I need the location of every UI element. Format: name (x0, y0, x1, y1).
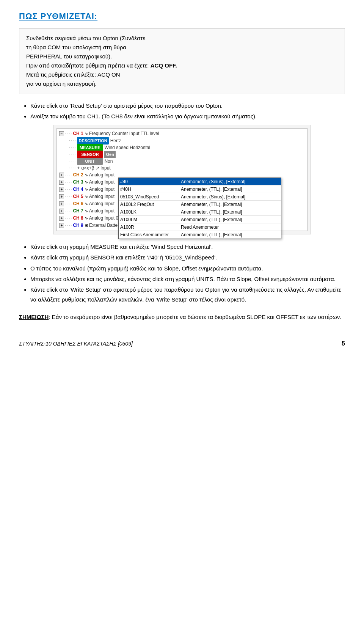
ch8-wave-icon: ∿ (85, 215, 88, 222)
info-line3: PERIPHERAL του καταγραφικού). (26, 53, 112, 60)
dropdown-col2-7: Anemometer, (TTL), [External] (181, 231, 279, 238)
ch4-wave-icon: ∿ (85, 186, 88, 193)
bullet-bottom-1: Κάντε click στη γραμμή MEASURE και επιλέ… (30, 242, 345, 252)
bullet-bottom-5: Κάντε click στο 'Write Setup' στο αριστε… (30, 285, 345, 305)
ch5-row-text: Analog Input (89, 193, 115, 200)
note-text: : Εάν το ανεμόμετρο είναι βαθμονομημένο … (49, 314, 341, 320)
sub-row-formula: · · · · + α×x+β ↗ Input (69, 165, 305, 171)
dropdown-item-0[interactable]: #40 Anemometer, (Sinus), [External] (119, 178, 281, 185)
sub-row-unit[interactable]: · · · · UNIT Non (69, 158, 305, 165)
dropdown-col1-3: A100L2 FreqOut (120, 201, 181, 208)
ch7-label: CH 7 (73, 207, 83, 215)
ch2-label: CH 2 (73, 171, 83, 179)
unit-text: Non (104, 158, 113, 165)
ch5-label: CH 5 (73, 193, 83, 200)
ch6-expand-btn[interactable]: + (59, 201, 64, 206)
dropdown-col2-4: Anemometer, (TTL), [External] (181, 209, 279, 215)
ch4-row-text: Analog Input (89, 186, 115, 193)
ch3-expand-btn[interactable]: + (59, 180, 64, 185)
dropdown-col1-4: A100LK (120, 209, 181, 215)
ch8-label: CH 8 (73, 215, 83, 222)
dropdown-col1-0: #40 (120, 178, 181, 185)
ch1-collapse-btn[interactable]: − (59, 131, 64, 136)
dropdown-item-3[interactable]: A100L2 FreqOut Anemometer, (TTL), [Exter… (119, 201, 281, 208)
formula-plus[interactable]: + (77, 165, 80, 171)
dropdown-col1-1: #40H (120, 186, 181, 193)
ch9-label: CH 9 (73, 222, 83, 229)
dropdown-col2-1: Anemometer, (TTL), [External] (181, 186, 279, 193)
dropdown-col1-6: A100R (120, 224, 181, 231)
bullet-bottom-4: Μπορείτε να αλλάξετε και τις μονάδες, κά… (30, 274, 345, 284)
tag-measure: MEASURE (77, 144, 103, 151)
tree-row-ch1: − · · · · CH 1 ∿ Frequency Counter Input… (59, 130, 305, 137)
sensor-dropdown[interactable]: #40 Anemometer, (Sinus), [External] #40H… (118, 178, 281, 239)
dropdown-item-1[interactable]: #40H Anemometer, (TTL), [External] (119, 185, 281, 193)
dropdown-col1-2: 05103_WindSpeed (120, 193, 181, 200)
note-section: ΣΗΜΕΙΩΣΗ: Εάν το ανεμόμετρο είναι βαθμον… (19, 313, 345, 322)
dropdown-col2-6: Reed Anemometer (181, 224, 279, 231)
footer-left: ΣΤΥΛΙΤΗΣ-10 ΟΔΗΓΙΕΣ ΕΓΚΑΤΑΣΤΑΣΗΣ [0509] (19, 341, 133, 347)
info-line2: τη θύρα COM του υπολογιστή στη θύρα (26, 44, 126, 50)
info-line4: Πριν από οποιαδήποτε ρύθμιση πρέπει να έ… (26, 62, 149, 69)
ch1-sub-rows: · · · · DESCRIPTION Hertz · · · · MEASUR… (69, 137, 305, 171)
ch2-expand-btn[interactable]: + (59, 173, 64, 178)
sub-row-description: · · · · DESCRIPTION Hertz (69, 137, 305, 144)
description-text: Hertz (110, 137, 121, 144)
screenshot-box: − · · · · CH 1 ∿ Frequency Counter Input… (53, 125, 311, 234)
sub-row-sensor[interactable]: · · · · SENSOR Gen #40 Anemometer, (Sinu… (69, 151, 305, 158)
ch5-expand-btn[interactable]: + (59, 194, 64, 199)
info-line1: Συνδεθείτε σειριακά μέσω του Opton (Συνδ… (26, 35, 145, 41)
ch4-expand-btn[interactable]: + (59, 187, 64, 192)
ch1-label: CH 1 (73, 130, 83, 137)
dropdown-item-7[interactable]: First Class Anemometer Anemometer, (TTL)… (119, 231, 281, 239)
ch2-wave-icon: ∿ (85, 171, 88, 179)
bottom-bullet-list: Κάντε click στη γραμμή MEASURE και επιλέ… (30, 242, 345, 305)
bullet-top-1: Κάντε click στο 'Read Setup' στο αριστερ… (30, 101, 345, 111)
dropdown-item-4[interactable]: A100LK Anemometer, (TTL), [External] (119, 208, 281, 216)
ch7-expand-btn[interactable]: + (59, 209, 64, 214)
ch4-label: CH 4 (73, 186, 83, 193)
ch6-wave-icon: ∿ (85, 200, 88, 207)
formula-text: α×x+β ↗ Input (81, 165, 110, 171)
ch9-expand-btn[interactable]: + (59, 223, 64, 228)
ch3-wave-icon: ∿ (85, 179, 88, 186)
note-label: ΣΗΜΕΙΩΣΗ (19, 314, 49, 320)
page-footer: ΣΤΥΛΙΤΗΣ-10 ΟΔΗΓΙΕΣ ΕΓΚΑΤΑΣΤΑΣΗΣ [0509] … (19, 337, 345, 347)
dropdown-col1-7: First Class Anemometer (120, 231, 181, 238)
gen-box: Gen (104, 151, 115, 158)
ch7-wave-icon: ∿ (85, 207, 88, 215)
ch3-row-text: Analog Input (89, 179, 115, 186)
dropdown-col2-2: Anemometer, (Sinus), [External] (181, 193, 279, 200)
ch9-icon: ⊞ (85, 222, 88, 229)
bullet-bottom-3: Ο τύπος του καναλιού (πρώτη γραμμή) καθώ… (30, 264, 345, 273)
info-acqoff: ACQ OFF. (151, 62, 177, 69)
screenshot-container: − · · · · CH 1 ∿ Frequency Counter Input… (53, 125, 311, 234)
dropdown-col1-5: A100LM (120, 216, 181, 223)
dropdown-col2-0: Anemometer, (Sinus), [External] (181, 178, 279, 185)
info-box: Συνδεθείτε σειριακά μέσω του Opton (Συνδ… (19, 28, 345, 94)
ch6-row-text: Analog Input (89, 200, 115, 207)
info-line5: Μετά τις ρυθμίσεις επιλέξτε: ACQ ON (26, 71, 120, 78)
tag-sensor: SENSOR (77, 151, 103, 158)
tree-area: − · · · · CH 1 ∿ Frequency Counter Input… (56, 128, 308, 231)
bullet-bottom-2: Κάντε click στη γραμμή SENSOR και επιλέξ… (30, 253, 345, 262)
ch8-expand-btn[interactable]: + (59, 216, 64, 221)
sub-row-measure[interactable]: · · · · MEASURE Wind speed Horizontal (69, 144, 305, 151)
top-bullet-list: Κάντε click στο 'Read Setup' στο αριστερ… (30, 101, 345, 121)
dropdown-item-6[interactable]: A100R Reed Anemometer (119, 223, 281, 231)
ch5-wave-icon: ∿ (85, 193, 88, 200)
dropdown-col2-5: Anemometer, (TTL), [External] (181, 216, 279, 223)
ch1-wave-icon: ∿ (85, 130, 88, 137)
ch2-row-text: Analog Input (89, 171, 115, 179)
measure-text: Wind speed Horizontal (104, 144, 150, 151)
tag-description: DESCRIPTION (77, 137, 108, 145)
ch1-row-text: Frequency Counter Input TTL level (89, 130, 159, 137)
ch6-label: CH 6 (73, 200, 83, 207)
dropdown-item-5[interactable]: A100LM Anemometer, (TTL), [External] (119, 216, 281, 223)
footer-page-number: 5 (342, 340, 345, 347)
dropdown-item-2[interactable]: 05103_WindSpeed Anemometer, (Sinus), [Ex… (119, 193, 281, 201)
ch3-label: CH 3 (73, 179, 83, 186)
bullet-top-2: Ανοίξτε τον κόμβο του CH1. (Το CH8 δεν ε… (30, 112, 345, 121)
ch7-row-text: Analog Input (89, 207, 115, 215)
page-title: ΠΩΣ ΡΥΘΜΙΖΕΤΑΙ: (19, 11, 345, 21)
